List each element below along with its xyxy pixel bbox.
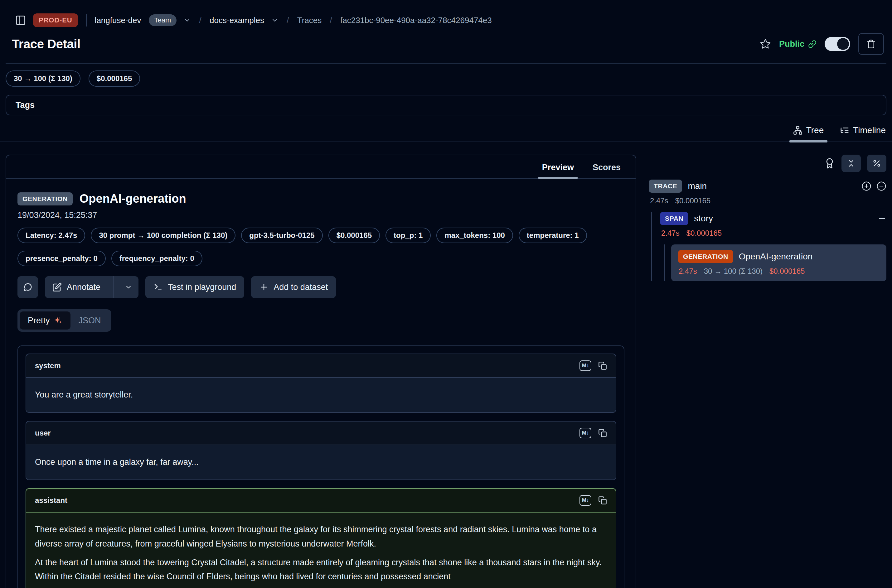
observation-detail-panel: Preview Scores GENERATION OpenAI-generat… — [6, 154, 636, 588]
environment-badge[interactable]: PROD-EU — [33, 14, 78, 27]
tab-preview[interactable]: Preview — [539, 162, 577, 178]
tab-timeline[interactable]: Timeline — [839, 123, 887, 141]
comment-icon — [23, 282, 32, 292]
breadcrumb-project[interactable]: docs-examples — [210, 16, 264, 25]
annotate-button[interactable]: Annotate — [45, 276, 138, 298]
message-role-label: user — [35, 429, 51, 437]
view-tabs: Tree Timeline — [0, 123, 892, 142]
generation-metrics: 2.47s 30 → 100 (Σ 130) $0.000165 — [679, 267, 880, 276]
generation-name: OpenAI-generation — [739, 252, 813, 262]
breadcrumb-org[interactable]: langfuse-dev — [95, 16, 141, 25]
token-usage-badge: 30 → 100 (Σ 130) — [6, 70, 81, 87]
breadcrumb-separator: / — [329, 15, 333, 25]
observation-header: GENERATION OpenAI-generation — [18, 192, 625, 206]
org-type-badge: Team — [149, 14, 177, 26]
message-header: assistant M↓ — [26, 489, 616, 513]
breadcrumb-trace-id: fac231bc-90ee-490a-aa32-78c4269474e3 — [340, 16, 492, 25]
model-badge[interactable]: gpt-3.5-turbo-0125 — [241, 228, 323, 243]
show-percentages-button[interactable] — [867, 154, 886, 172]
trace-children: SPAN story 2.47s $0.000165 GEN — [651, 212, 886, 281]
message-header: user M↓ — [26, 422, 616, 445]
format-json-option[interactable]: JSON — [71, 312, 109, 330]
token-usage-badge: 30 prompt → 100 completion (Σ 130) — [91, 228, 236, 243]
message-content: You are a great storyteller. — [26, 378, 616, 412]
test-in-playground-button[interactable]: Test in playground — [145, 276, 244, 298]
observation-type-badge: GENERATION — [18, 192, 73, 206]
tab-scores[interactable]: Scores — [590, 162, 623, 178]
playground-label: Test in playground — [168, 282, 236, 292]
collapse-all-button[interactable] — [841, 154, 861, 172]
message-user: user M↓ Once upon a time in a galaxy far… — [26, 421, 616, 480]
message-tools: M↓ — [580, 495, 607, 506]
copy-icon[interactable] — [598, 496, 607, 505]
link-icon — [808, 40, 817, 48]
pen-square-icon — [53, 282, 62, 292]
trace-cost: $0.000165 — [675, 196, 710, 205]
copy-icon[interactable] — [598, 362, 607, 370]
panel-tabs: Preview Scores — [6, 155, 636, 179]
span-metrics: 2.47s $0.000165 — [661, 229, 886, 238]
sidebar-toggle-icon[interactable] — [15, 15, 26, 26]
markdown-toggle-icon[interactable]: M↓ — [580, 495, 591, 506]
chevron-down-icon — [125, 284, 132, 291]
topbar-divider — [86, 14, 87, 27]
format-pretty-option[interactable]: Pretty — [20, 312, 71, 330]
generation-cost: $0.000165 — [769, 267, 805, 276]
public-toggle[interactable] — [824, 37, 850, 51]
tree-node-trace[interactable]: TRACE main — [649, 180, 886, 193]
markdown-toggle-icon[interactable]: M↓ — [580, 360, 591, 371]
assistant-paragraph: There existed a majestic planet called L… — [35, 522, 607, 551]
tree-node-span[interactable]: SPAN story — [660, 212, 886, 225]
page-title: Trace Detail — [12, 37, 81, 51]
chevron-down-icon[interactable] — [183, 16, 191, 24]
tab-timeline-label: Timeline — [853, 125, 886, 135]
tags-box[interactable]: Tags — [6, 95, 886, 116]
markdown-toggle-icon[interactable]: M↓ — [580, 428, 591, 438]
frequency-penalty-badge: frequency_penalty: 0 — [111, 250, 203, 266]
trash-icon — [866, 39, 876, 49]
tree-icon — [793, 126, 802, 135]
copy-icon[interactable] — [598, 429, 607, 437]
annotate-dropdown[interactable] — [119, 276, 138, 298]
collapse-node-icon[interactable] — [878, 214, 886, 223]
add-to-dataset-button[interactable]: Add to dataset — [251, 276, 336, 298]
tree-node-generation-selected[interactable]: GENERATION OpenAI-generation 2.47s 30 → … — [671, 244, 886, 281]
content: Preview Scores GENERATION OpenAI-generat… — [0, 142, 892, 588]
span-children: GENERATION OpenAI-generation 2.47s 30 → … — [664, 244, 886, 281]
toggle-knob — [837, 38, 849, 50]
assistant-paragraph: At the heart of Lumina stood the towerin… — [35, 556, 607, 584]
pretty-label: Pretty — [28, 316, 50, 326]
span-cost: $0.000165 — [686, 229, 722, 238]
message-tools: M↓ — [580, 360, 607, 371]
trace-tree: TRACE main 2.47s $0.000165 — [649, 180, 886, 281]
tab-tree-label: Tree — [806, 125, 824, 135]
annotate-main[interactable]: Annotate — [45, 276, 108, 298]
observation-title: OpenAI-generation — [80, 192, 186, 206]
tags-label: Tags — [16, 100, 35, 110]
top-p-badge: top_p: 1 — [386, 228, 431, 243]
breadcrumb-traces[interactable]: Traces — [297, 16, 322, 25]
page-header: Trace Detail Public — [0, 30, 892, 56]
sparkles-icon — [54, 316, 62, 325]
observation-meta-badges: Latency: 2.47s 30 prompt → 100 completio… — [18, 228, 625, 266]
award-icon[interactable] — [824, 158, 835, 169]
annotate-label: Annotate — [67, 282, 101, 292]
terminal-icon — [153, 282, 163, 292]
span-latency: 2.47s — [661, 229, 680, 238]
star-icon[interactable] — [760, 38, 771, 50]
trace-latency: 2.47s — [650, 196, 668, 205]
temperature-badge: temperature: 1 — [519, 228, 587, 243]
button-divider — [113, 276, 114, 298]
breadcrumb: PROD-EU langfuse-dev Team / docs-example… — [0, 0, 892, 30]
public-link[interactable]: Public — [779, 39, 817, 49]
span-type-badge: SPAN — [660, 212, 688, 225]
comment-button[interactable] — [18, 276, 38, 298]
plus-circle-icon[interactable] — [862, 181, 871, 191]
breadcrumb-separator: / — [198, 15, 203, 25]
trace-name: main — [688, 181, 707, 191]
chevron-down-icon[interactable] — [271, 16, 279, 24]
trace-summary-badges: 30 → 100 (Σ 130) $0.000165 — [0, 64, 892, 87]
minus-circle-icon[interactable] — [876, 181, 886, 191]
tab-tree[interactable]: Tree — [792, 123, 825, 141]
delete-trace-button[interactable] — [858, 33, 884, 55]
